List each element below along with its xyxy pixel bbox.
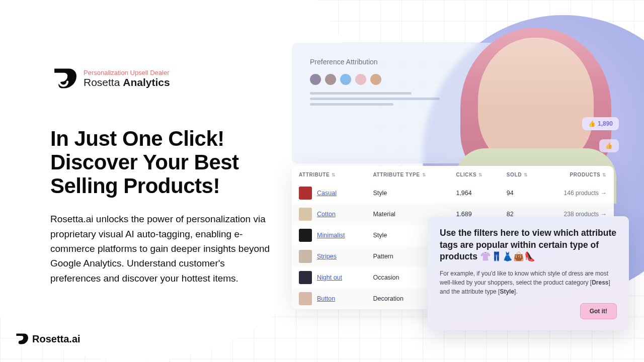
attribute-link[interactable]: Button [317,295,335,302]
product-thumb [299,292,312,305]
footer-brand: Rosetta.ai [14,332,80,346]
preference-bar [310,103,393,106]
rosetta-logo-icon [50,65,76,92]
attribute-type-cell: Style [366,183,449,204]
attribute-link[interactable]: Stripes [317,253,337,260]
attribute-link[interactable]: Minimalist [317,232,345,239]
brand-header: Personalization Upsell Dealer Rosetta An… [50,65,277,92]
swatch [340,74,351,85]
preference-bar [310,92,412,95]
thumbs-up-icon: 👍 [588,120,596,127]
clicks-cell: 1,964 [449,183,499,204]
attribute-link[interactable]: Casual [317,190,337,197]
thumbs-up-icon: 👍 [605,142,613,149]
description: Rosetta.ai unlocks the power of personal… [50,212,277,286]
got-it-button[interactable]: Got it! [580,303,617,319]
product-emoji-row: 👚👖👗👜👠 [480,251,535,261]
filter-tooltip: Use the filters here to view which attri… [428,216,629,330]
swatch [325,74,336,85]
arrow-right-icon: → [601,190,607,197]
preference-bar [310,98,440,100]
col-clicks[interactable]: CLICKS⇅ [449,166,499,183]
likes-pill-small: 👍 [599,139,619,152]
sold-cell: 94 [500,183,543,204]
svg-point-1 [20,337,22,339]
brand-name: Rosetta Analytics [84,76,170,88]
footer-brand-label: Rosetta.ai [32,333,80,345]
col-products[interactable]: PRODUCTS⇅ [543,166,614,183]
tooltip-body: For example, if you'd like to know which… [440,269,617,296]
table-row[interactable]: CasualStyle1,96494146 products→ [292,183,614,204]
sort-icon: ⇅ [524,172,528,177]
swatch [370,74,381,85]
products-cell[interactable]: 146 products→ [543,183,614,204]
product-thumb [299,187,312,200]
sort-icon: ⇅ [332,172,336,177]
left-content: Personalization Upsell Dealer Rosetta An… [50,65,277,286]
product-thumb [299,271,312,284]
tooltip-title: Use the filters here to view which attri… [440,227,617,263]
likes-pill: 👍 1,890 [582,117,619,130]
sort-icon: ⇅ [478,172,483,177]
attribute-link[interactable]: Night out [317,274,342,281]
brand-tagline: Personalization Upsell Dealer [84,69,170,76]
product-thumb [299,250,312,263]
brand-text: Personalization Upsell Dealer Rosetta An… [84,69,170,88]
swatch [355,74,366,85]
col-attribute-type[interactable]: ATTRIBUTE TYPE⇅ [366,166,449,183]
product-thumb [299,208,312,221]
sort-icon: ⇅ [602,172,607,177]
sort-icon: ⇅ [422,172,427,177]
headline: In Just One Click! Discover Your Best Se… [50,127,277,198]
col-sold[interactable]: SOLD⇅ [500,166,543,183]
attribute-link[interactable]: Cotton [317,211,336,218]
swatch [310,74,321,85]
rosetta-footer-icon [14,332,28,346]
col-attribute[interactable]: ATTRIBUTE⇅ [292,166,366,183]
product-thumb [299,229,312,242]
